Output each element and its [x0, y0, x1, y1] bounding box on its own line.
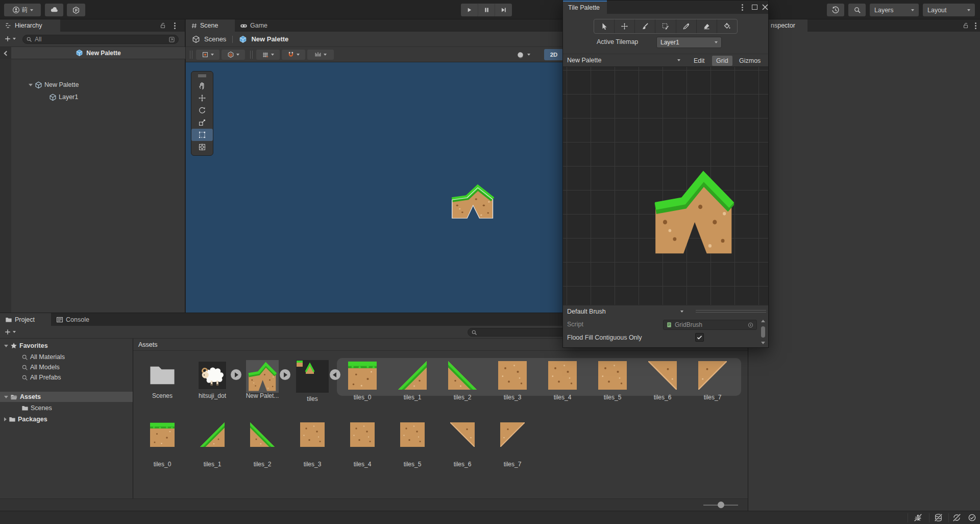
palette-grid[interactable] — [563, 67, 768, 305]
layers-dropdown[interactable]: Layers — [870, 4, 919, 16]
foldout-icon[interactable] — [29, 84, 33, 86]
asset-tiles-sheet[interactable]: tiles — [288, 358, 337, 402]
account-button[interactable]: 前 — [4, 4, 41, 16]
hierarchy-item-new-palette[interactable]: New Palette — [29, 80, 172, 90]
cloud-button[interactable] — [45, 4, 63, 16]
asset2-tiles-0[interactable]: tiles_0 — [138, 419, 187, 468]
asset-tiles-1[interactable]: tiles_1 — [388, 358, 437, 401]
hierarchy-search-input[interactable]: All — [22, 35, 179, 44]
view-tool-button[interactable] — [191, 80, 213, 92]
step-button[interactable] — [495, 4, 512, 16]
close-icon[interactable] — [762, 4, 768, 10]
tab-tile-palette[interactable]: Tile Palette — [563, 1, 607, 14]
asset-tiles-5[interactable]: tiles_5 — [588, 358, 637, 401]
brush-icon — [641, 22, 649, 30]
pick-tool-button[interactable] — [676, 19, 697, 33]
inspector-menu-icon[interactable] — [975, 22, 976, 29]
asset-tiles-4[interactable]: tiles_4 — [538, 358, 587, 401]
window-menu-icon[interactable] — [742, 4, 743, 11]
tab-scene[interactable]: Scene — [186, 19, 235, 32]
create-asset-button[interactable] — [4, 328, 16, 336]
scene-picker-icon[interactable] — [168, 36, 175, 43]
prefab-header[interactable]: New Palette — [11, 47, 185, 59]
grid-toggle-button[interactable]: Grid — [712, 56, 732, 66]
debugger-disabled-icon[interactable] — [914, 513, 922, 522]
asset-tiles-6[interactable]: tiles_6 — [638, 358, 687, 401]
flood-fill-checkbox[interactable] — [695, 333, 704, 342]
pause-button[interactable] — [478, 4, 496, 16]
move-tool-button[interactable] — [191, 92, 213, 104]
asset2-tiles-4[interactable]: tiles_4 — [338, 419, 387, 468]
asset-tiles-7[interactable]: tiles_7 — [688, 358, 737, 401]
scroll-down-icon[interactable] — [761, 342, 765, 344]
undo-history-button[interactable] — [827, 4, 844, 16]
asset-new-palette[interactable]: New Palet... — [238, 358, 287, 399]
overlay-grip[interactable] — [191, 72, 213, 80]
auto-refresh-disabled-icon[interactable] — [952, 513, 961, 522]
move-tool-button[interactable] — [615, 19, 635, 33]
tab-hierarchy[interactable]: Hierarchy — [0, 19, 60, 32]
hierarchy-lock-icon[interactable] — [159, 22, 166, 29]
asset2-tiles-2[interactable]: tiles_2 — [238, 419, 287, 468]
asset2-tiles-7[interactable]: tiles_7 — [488, 419, 537, 468]
asset-scenes-folder[interactable]: Scenes — [138, 358, 187, 399]
cache-server-disabled-icon[interactable] — [934, 513, 943, 522]
palette-terrain-sprite[interactable] — [654, 170, 734, 254]
plastic-scm-button[interactable] — [67, 4, 85, 16]
layout-dropdown[interactable]: Layout — [923, 4, 975, 16]
rect-tool-button[interactable] — [191, 129, 213, 141]
transform-tool-button[interactable] — [191, 141, 213, 153]
breadcrumb-scenes[interactable]: Scenes — [204, 35, 226, 43]
scale-tool-button[interactable] — [191, 116, 213, 129]
edit-button[interactable]: Edit — [690, 56, 709, 66]
paint-tool-button[interactable] — [635, 19, 655, 33]
prefab-back-button[interactable] — [0, 47, 11, 59]
erase-tool-button[interactable] — [697, 19, 717, 33]
flood-fill-tool-button[interactable] — [717, 19, 737, 33]
tree-favorites[interactable]: Favorites — [0, 341, 133, 351]
breadcrumb-prefab[interactable]: New Palette — [251, 35, 288, 43]
tool-handle-rotation-button[interactable] — [222, 50, 245, 60]
script-object-field[interactable]: GridBrush — [663, 320, 757, 330]
scroll-thumb[interactable] — [761, 326, 765, 338]
shading-mode-dropdown[interactable] — [517, 50, 540, 60]
rotate-tool-button[interactable] — [191, 104, 213, 116]
create-add-button[interactable] — [4, 35, 16, 42]
asset2-tiles-1[interactable]: tiles_1 — [188, 419, 237, 468]
grid-visibility-button[interactable] — [256, 50, 280, 60]
scroll-up-icon[interactable] — [761, 320, 765, 322]
asset-hitsuji-dot[interactable]: hitsuji_dot — [188, 358, 237, 399]
asset2-tiles-5[interactable]: tiles_5 — [388, 419, 437, 468]
snap-toggle-button[interactable] — [282, 50, 305, 60]
global-search-button[interactable] — [848, 4, 866, 16]
brush-scrollbar[interactable] — [759, 318, 767, 347]
asset-tiles-0[interactable]: tiles_0 — [338, 358, 387, 401]
toggle-2d-button[interactable]: 2D — [544, 49, 564, 60]
thumb-zoom-knob[interactable] — [718, 502, 724, 508]
tool-handle-position-button[interactable] — [196, 50, 219, 60]
tab-game[interactable]: Game — [235, 19, 281, 32]
palette-dropdown[interactable]: New Palette — [563, 54, 684, 66]
progress-ok-icon[interactable] — [968, 513, 976, 522]
select-tool-button[interactable] — [594, 19, 615, 33]
tab-console[interactable]: Console — [51, 313, 102, 326]
hierarchy-item-layer1[interactable]: Layer1 — [49, 92, 172, 102]
brush-dropdown[interactable]: Default Brush — [563, 305, 688, 317]
play-button[interactable] — [461, 4, 478, 16]
increment-snap-button[interactable] — [307, 50, 334, 60]
inspector-lock-icon[interactable] — [962, 22, 969, 29]
tab-project[interactable]: Project — [0, 313, 51, 326]
asset-tiles-2[interactable]: tiles_2 — [438, 358, 487, 401]
gizmos-toggle-button[interactable]: Gizmos — [735, 56, 765, 66]
asset2-tiles-3[interactable]: tiles_3 — [288, 419, 337, 468]
active-tilemap-dropdown[interactable]: Layer1 — [656, 37, 722, 48]
hierarchy-menu-icon[interactable] — [174, 22, 176, 29]
object-picker-icon[interactable] — [747, 322, 754, 328]
maximize-icon[interactable] — [752, 5, 757, 10]
painted-tilemap[interactable] — [451, 184, 494, 219]
asset-tiles-3[interactable]: tiles_3 — [488, 358, 537, 401]
box-fill-tool-button[interactable] — [655, 19, 676, 33]
foldout-icon[interactable] — [4, 345, 8, 347]
asset2-tiles-6[interactable]: tiles_6 — [438, 419, 487, 468]
splitter-handle[interactable] — [696, 310, 766, 313]
